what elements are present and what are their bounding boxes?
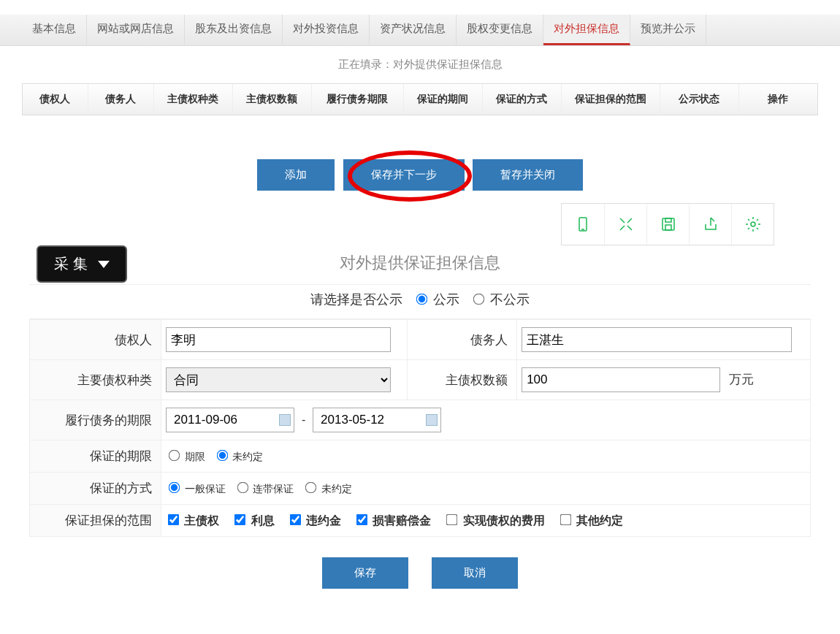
toolbar-icons — [561, 203, 774, 245]
date-dash: - — [297, 413, 310, 426]
label-guaranteemethod: 保证的方式 — [30, 473, 161, 505]
date-to-wrap[interactable] — [313, 408, 441, 432]
label-guaranteeperiod: 保证的期限 — [30, 440, 161, 473]
save-icon[interactable] — [646, 204, 689, 245]
public-radio-row: 请选择是否公示 公示 不公示 — [29, 284, 811, 319]
label-creditor: 债权人 — [30, 320, 161, 360]
fill-subtitle: 正在填录：对外提供保证担保信息 — [0, 46, 840, 83]
col-guaranteeperiod: 保证的期间 — [404, 84, 483, 115]
tab-basic[interactable]: 基本信息 — [22, 15, 87, 45]
share-icon[interactable] — [689, 204, 731, 245]
tab-guarantee[interactable]: 对外担保信息 — [543, 15, 630, 45]
debtor-input[interactable] — [522, 327, 791, 352]
label-debtor: 债务人 — [408, 320, 517, 360]
tab-preview[interactable]: 预览并公示 — [630, 15, 706, 45]
gear-icon[interactable] — [731, 204, 774, 245]
tab-website[interactable]: 网站或网店信息 — [87, 15, 185, 45]
period-opt-undecided[interactable]: 未约定 — [214, 451, 264, 462]
scope-opt-5[interactable]: 其他约定 — [558, 514, 623, 527]
calendar-icon — [426, 414, 438, 426]
method-opt-joint[interactable]: 连带保证 — [234, 483, 294, 494]
svg-point-5 — [751, 222, 755, 226]
label-mainamount: 主债权数额 — [408, 360, 517, 400]
col-debtor: 债务人 — [88, 84, 154, 115]
public-yes-option[interactable]: 公示 — [413, 292, 459, 307]
cancel-button[interactable]: 取消 — [432, 557, 518, 589]
public-label: 请选择是否公示 — [310, 292, 402, 307]
scope-opt-3[interactable]: 损害赔偿金 — [354, 514, 431, 527]
label-maintype: 主要债权种类 — [30, 360, 161, 400]
maintype-select[interactable]: 合同 — [166, 367, 391, 392]
bottom-actions: 保存 取消 — [0, 537, 840, 603]
device-icon[interactable] — [562, 204, 604, 245]
save-button[interactable]: 保存 — [322, 557, 408, 589]
table-header: 债权人 债务人 主债权种类 主债权数额 履行债务期限 保证的期间 保证的方式 保… — [22, 83, 818, 115]
creditor-input[interactable] — [166, 327, 391, 352]
chevron-down-icon — [98, 261, 110, 268]
scope-opt-0[interactable]: 主债权 — [166, 514, 219, 527]
scope-opt-4[interactable]: 实现债权的费用 — [444, 514, 544, 527]
col-guaranteescope: 保证担保的范围 — [562, 84, 660, 115]
label-performperiod: 履行债务的期限 — [30, 400, 161, 440]
col-creditor: 债权人 — [23, 84, 88, 115]
period-opt-period[interactable]: 期限 — [166, 451, 205, 462]
col-action: 操作 — [739, 84, 817, 115]
date-from-wrap[interactable] — [166, 408, 294, 432]
collect-label: 采集 — [54, 254, 92, 274]
date-from-input[interactable] — [169, 410, 279, 430]
public-no-option[interactable]: 不公示 — [470, 292, 530, 307]
date-to-input[interactable] — [316, 410, 426, 430]
svg-rect-4 — [665, 225, 671, 230]
add-button[interactable]: 添加 — [257, 159, 335, 191]
form-table: 债权人 债务人 主要债权种类 合同 主债权数额 万元 履行债务的期限 — [29, 319, 811, 537]
expand-icon[interactable] — [604, 204, 646, 245]
top-nav-tabs: 基本信息 网站或网店信息 股东及出资信息 对外投资信息 资产状况信息 股权变更信… — [0, 15, 840, 46]
mainamount-input[interactable] — [522, 367, 720, 392]
tab-assets[interactable]: 资产状况信息 — [370, 15, 457, 45]
form-section: 采集 对外提供保证担保信息 请选择是否公示 公示 不公示 债权人 债务人 主要债… — [0, 242, 840, 603]
col-maintype: 主债权种类 — [154, 84, 233, 115]
temp-close-button[interactable]: 暂存并关闭 — [473, 159, 583, 191]
label-guaranteescope: 保证担保的范围 — [30, 505, 161, 537]
svg-rect-2 — [663, 218, 674, 230]
col-mainamount: 主债权数额 — [233, 84, 312, 115]
tab-investment[interactable]: 对外投资信息 — [283, 15, 370, 45]
calendar-icon — [279, 414, 291, 426]
col-publicstatus: 公示状态 — [660, 84, 739, 115]
col-performperiod: 履行债务期限 — [312, 84, 404, 115]
method-opt-general[interactable]: 一般保证 — [166, 483, 226, 494]
collect-button[interactable]: 采集 — [37, 245, 127, 283]
col-guaranteemethod: 保证的方式 — [483, 84, 562, 115]
unit-wan: 万元 — [723, 373, 754, 386]
tab-shareholder[interactable]: 股东及出资信息 — [185, 15, 283, 45]
tab-equitychange[interactable]: 股权变更信息 — [457, 15, 543, 45]
svg-rect-3 — [665, 218, 671, 222]
scope-opt-2[interactable]: 违约金 — [288, 514, 341, 527]
method-opt-undecided[interactable]: 未约定 — [302, 483, 352, 494]
scope-opt-1[interactable]: 利息 — [232, 514, 274, 527]
save-next-button[interactable]: 保存并下一步 — [343, 159, 465, 191]
action-row: 添加 保存并下一步 暂存并关闭 — [0, 115, 840, 198]
